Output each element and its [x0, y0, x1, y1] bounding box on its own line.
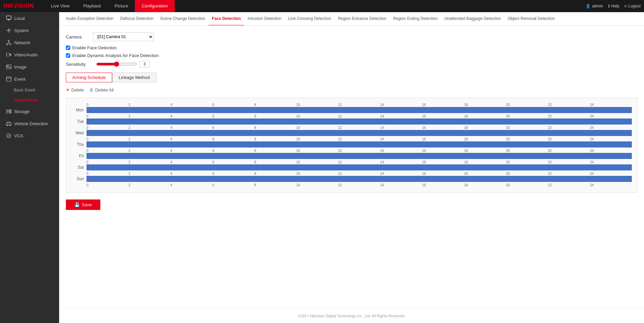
vehicle-icon [6, 121, 11, 126]
image-icon [6, 64, 11, 70]
sidebar-item-storage[interactable]: Storage [0, 105, 59, 117]
help-label: Help [611, 4, 620, 8]
tab-line-crossing[interactable]: Line Crossing Detection [285, 12, 335, 26]
tab-region-exiting[interactable]: Region Exiting Detection [390, 12, 441, 26]
monitor-icon [6, 16, 11, 21]
sensitivity-slider[interactable] [96, 61, 137, 67]
delete-all-button[interactable]: 🗑 Delete All [89, 87, 114, 92]
slider-container: 3 [96, 61, 150, 68]
grid-bar-sat[interactable] [86, 164, 632, 170]
ticks-header: 0 2 4 6 8 10 12 14 16 18 20 22 24 [86, 103, 632, 107]
grid-bar-mon[interactable] [86, 107, 632, 113]
delete-all-icon: 🗑 [89, 87, 94, 92]
tick-20: 20 [506, 103, 548, 107]
camera-label: Camera [66, 34, 93, 39]
sidebar-item-network[interactable]: Network [0, 36, 59, 49]
tick-12: 12 [338, 103, 380, 107]
tab-defocus[interactable]: Defocus Detection [117, 12, 157, 26]
nav-live-view[interactable]: Live View [44, 0, 76, 12]
delete-icon: ✕ [66, 87, 70, 92]
grid-row-wed: Wed [71, 130, 632, 136]
sidebar-item-smart-event[interactable]: Smart Event [0, 95, 59, 105]
tab-object-removal[interactable]: Object Removal Detection [504, 12, 558, 26]
svg-rect-0 [6, 16, 11, 19]
sensitivity-label: Sensitivity [66, 62, 93, 67]
save-button[interactable]: 💾 Save [66, 199, 100, 210]
tab-region-entrance[interactable]: Region Entrance Detection [335, 12, 390, 26]
grid-bar-fill-thu [86, 141, 632, 147]
username: admin [592, 4, 603, 8]
grid-bar-fill-sun [86, 176, 632, 182]
sidebar-item-system[interactable]: System [0, 24, 59, 36]
ticks-fri: 024681012141618202224 [86, 160, 632, 164]
sidebar-item-vehicle-detection[interactable]: Vehicle Detection [0, 117, 59, 130]
detection-tabs: Audio Exception Detection Defocus Detect… [59, 12, 644, 26]
logout-button[interactable]: ⎋ Logout [624, 4, 641, 8]
network-icon [6, 40, 11, 45]
tick-2: 2 [128, 103, 170, 107]
delete-label: Delete [71, 87, 84, 92]
grid-bar-fill-wed [86, 130, 632, 136]
sidebar-item-local[interactable]: Local [0, 12, 59, 24]
sidebar-item-video-audio[interactable]: Video/Audio [0, 49, 59, 61]
svg-rect-14 [6, 123, 11, 125]
svg-point-3 [8, 40, 9, 42]
tick-18: 18 [464, 103, 506, 107]
svg-point-13 [10, 112, 10, 113]
tab-scene-change[interactable]: Scene Change Detection [157, 12, 208, 26]
grid-bar-fill-sat [86, 164, 632, 170]
sidebar-label-vehicle-detection: Vehicle Detection [14, 121, 48, 126]
tab-face-detection[interactable]: Face Detection [208, 12, 244, 26]
tab-audio-exception[interactable]: Audio Exception Detection [63, 12, 117, 26]
enable-face-detection-checkbox[interactable] [66, 46, 70, 50]
grid-bar-thu[interactable] [86, 141, 632, 147]
grid-row-sat: Sat [71, 164, 632, 170]
tick-4: 4 [170, 103, 212, 107]
tab-intrusion[interactable]: Intrusion Detection [244, 12, 285, 26]
grid-bar-sun[interactable] [86, 176, 632, 182]
user-icon: 👤 [586, 4, 591, 8]
nav-picture[interactable]: Picture [108, 0, 135, 12]
sidebar-item-vca[interactable]: VCA [0, 130, 59, 142]
tick-0: 0 [86, 103, 128, 107]
grid-row-thu: Thu [71, 141, 632, 147]
ticks-sat: 024681012141618202224 [86, 172, 632, 176]
sidebar-item-event[interactable]: Event [0, 73, 59, 85]
calendar-icon [6, 76, 11, 82]
day-label-tue: Tue [71, 119, 86, 124]
day-label-mon: Mon [71, 108, 86, 112]
sidebar-item-basic-event[interactable]: Basic Event [0, 85, 59, 95]
grid-bar-fill-tue [86, 118, 632, 125]
tab-unattended-baggage[interactable]: Unattended Baggage Detection [441, 12, 504, 26]
svg-point-15 [7, 125, 8, 126]
tick-6: 6 [212, 103, 254, 107]
sidebar-label-system: System [14, 28, 29, 33]
main-layout: Local System Network Video/Audio Image E… [0, 12, 644, 323]
sub-tab-linkage-method[interactable]: Linkage Method [112, 73, 156, 82]
help-button[interactable]: ℹ Help [608, 4, 620, 8]
grid-bar-fri[interactable] [86, 153, 632, 159]
schedule-grid: 0 2 4 6 8 10 12 14 16 18 20 22 24 [71, 103, 632, 187]
delete-button[interactable]: ✕ Delete [66, 87, 84, 92]
grid-bar-tue[interactable] [86, 118, 632, 125]
ticks-sun: 024681012141618202224 [86, 183, 632, 187]
sensitivity-row: Sensitivity 3 [66, 61, 637, 68]
svg-point-2 [8, 30, 10, 31]
sidebar-item-image[interactable]: Image [0, 61, 59, 73]
tick-16: 16 [422, 103, 464, 107]
ticks-mon: 024681012141618202224 [86, 114, 632, 118]
footer-text: ©2017 Hikvision Digital Technology Co., … [298, 314, 405, 318]
svg-rect-1 [8, 20, 10, 20]
tick-14: 14 [380, 103, 422, 107]
nav-playback[interactable]: Playback [76, 0, 108, 12]
top-right-actions: 👤 admin ℹ Help ⎋ Logout [586, 4, 641, 8]
nav-configuration[interactable]: Configuration [135, 0, 174, 12]
enable-dynamic-analysis-checkbox[interactable] [66, 53, 70, 58]
sub-tab-arming-schedule[interactable]: Arming Schedule [66, 73, 112, 82]
user-menu[interactable]: 👤 admin [586, 4, 603, 8]
camera-select[interactable]: [D1] Camera 01 [D2] Camera 02 [93, 32, 154, 41]
grid-bar-wed[interactable] [86, 130, 632, 136]
svg-rect-6 [6, 53, 10, 56]
day-label-wed: Wed [71, 131, 86, 135]
enable-dynamic-analysis-label: Enable Dynamic Analysis for Face Detecti… [72, 53, 159, 58]
